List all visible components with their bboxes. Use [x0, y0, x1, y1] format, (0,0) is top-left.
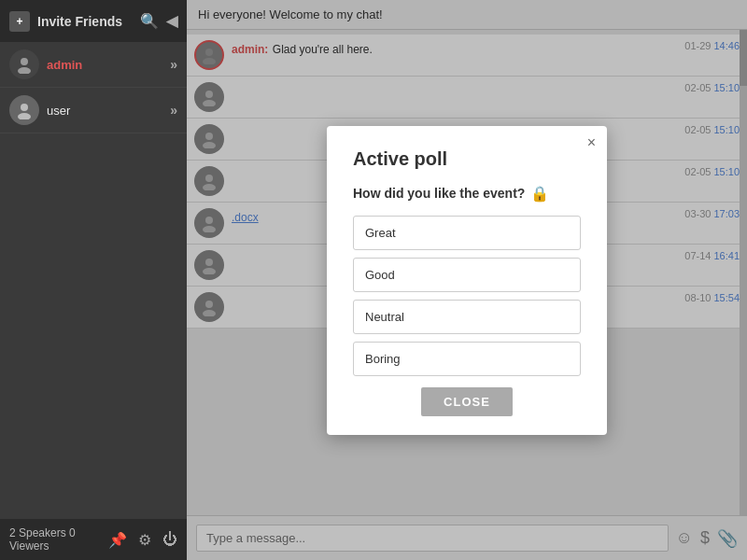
sidebar: + Invite Friends 🔍 ◀ admin » user » 2 Sp…: [0, 0, 187, 560]
svg-point-0: [21, 58, 28, 65]
sidebar-item-user[interactable]: user »: [0, 88, 187, 133]
avatar-user: [9, 95, 39, 125]
modal-question: How did you like the event? 🔒: [353, 185, 581, 203]
search-icon[interactable]: 🔍: [140, 12, 159, 30]
sidebar-item-admin[interactable]: admin »: [0, 42, 187, 88]
username-admin: admin: [47, 58, 162, 72]
sidebar-footer: 2 Speakers 0 Viewers 📌 ⚙ ⏻: [0, 519, 187, 560]
close-poll-button[interactable]: CLOSE: [421, 387, 513, 416]
poll-option-great[interactable]: Great: [353, 216, 581, 250]
lock-icon: 🔒: [530, 185, 549, 203]
question-text: How did you like the event?: [353, 186, 525, 201]
sidebar-header-icon: +: [9, 11, 30, 32]
chevron-right-icon: »: [170, 57, 177, 72]
settings-icon[interactable]: ⚙: [138, 531, 151, 549]
modal-overlay: × Active poll How did you like the event…: [187, 0, 747, 560]
modal-close-x-button[interactable]: ×: [587, 135, 596, 150]
sidebar-header: + Invite Friends 🔍 ◀: [0, 0, 187, 42]
back-icon[interactable]: ◀: [166, 12, 177, 30]
poll-option-good[interactable]: Good: [353, 258, 581, 292]
speakers-viewers-text: 2 Speakers 0 Viewers: [9, 526, 108, 553]
pin-icon[interactable]: 📌: [108, 531, 127, 549]
modal-title: Active poll: [353, 148, 581, 170]
active-poll-modal: × Active poll How did you like the event…: [327, 126, 607, 435]
svg-point-1: [18, 67, 31, 74]
footer-icons: 📌 ⚙ ⏻: [108, 531, 177, 549]
power-icon[interactable]: ⏻: [162, 531, 177, 549]
username-user: user: [47, 104, 162, 118]
sidebar-title: Invite Friends: [37, 14, 133, 29]
svg-point-2: [21, 104, 28, 111]
avatar-admin: [9, 49, 39, 79]
poll-option-neutral[interactable]: Neutral: [353, 300, 581, 334]
chevron-right-icon2: »: [170, 103, 177, 118]
svg-point-3: [18, 113, 31, 119]
main-chat-area: Hi everyone! Welcome to my chat! admin: …: [187, 0, 747, 560]
poll-option-boring[interactable]: Boring: [353, 342, 581, 376]
